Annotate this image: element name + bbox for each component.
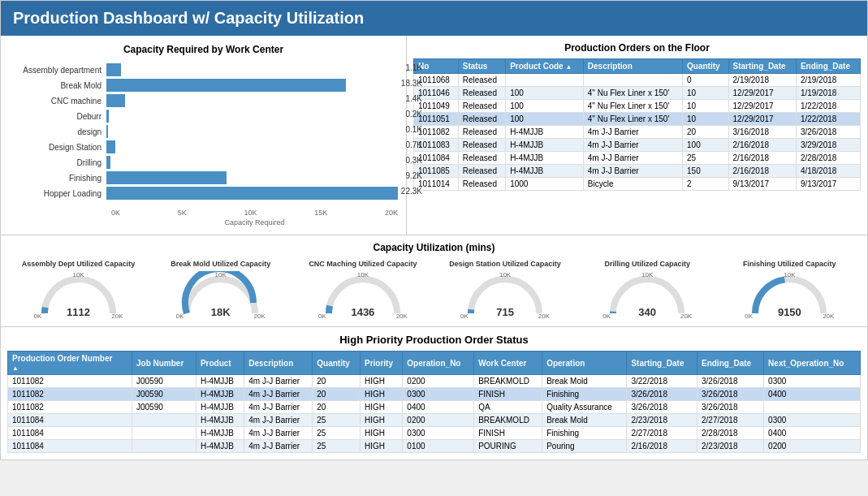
hp-col-header[interactable]: Next_Operation_No bbox=[764, 352, 861, 375]
axis-tick: 0K bbox=[111, 209, 120, 217]
bar-value: 1.1K bbox=[405, 63, 422, 72]
bar-fill bbox=[106, 156, 110, 169]
bar-row: CNC machine 1.4K bbox=[9, 94, 398, 107]
gauge-label: Break Mold Utilized Capacity bbox=[160, 260, 282, 268]
hp-col-header[interactable]: Job Number bbox=[132, 352, 196, 375]
hp-cell: 0300 bbox=[403, 427, 474, 440]
hp-cell: 1011082 bbox=[8, 375, 132, 388]
hp-col-header[interactable]: Priority bbox=[360, 352, 402, 375]
hp-cell: H-4MJJB bbox=[196, 375, 244, 388]
hp-cell: 1011084 bbox=[8, 427, 132, 440]
hp-col-header[interactable]: Starting_Date bbox=[627, 352, 697, 375]
prod-orders-col-header[interactable]: Product Code ▲ bbox=[506, 59, 584, 74]
gauge-min: 0K bbox=[602, 313, 611, 320]
gauge-label: Assembly Dept Utilized Capacity bbox=[18, 260, 140, 268]
gauge-value: 340 bbox=[638, 306, 656, 318]
gauge-container: 0K 10K 20K 1436 bbox=[318, 271, 408, 320]
list-item[interactable]: 1011084H-4MJJB4m J-J Barrier25HIGH0300FI… bbox=[8, 427, 861, 440]
hp-cell: 4m J-J Barrier bbox=[244, 375, 313, 388]
gauge-label: Drilling Utilized Capacity bbox=[586, 260, 708, 268]
bar-outer: 18.3K bbox=[106, 79, 398, 92]
table-cell: Released bbox=[458, 126, 505, 139]
hp-cell: 3/26/2018 bbox=[697, 375, 763, 388]
table-cell: 150 bbox=[683, 165, 729, 178]
table-cell: 1000 bbox=[506, 178, 584, 191]
table-cell: Released bbox=[458, 113, 505, 126]
hp-cell: Finishing bbox=[542, 388, 627, 401]
prod-orders-col-header[interactable]: Description bbox=[583, 59, 682, 74]
table-cell: 4" Nu Flex Liner x 150' bbox=[583, 87, 682, 100]
production-orders-thead: NoStatusProduct Code ▲DescriptionQuantit… bbox=[414, 59, 861, 74]
gauge-max: 20K bbox=[111, 313, 123, 320]
bar-label: Assembly department bbox=[9, 66, 106, 75]
table-row[interactable]: 1011085ReleasedH-4MJJB4m J-J Barrier1502… bbox=[414, 165, 861, 178]
list-item[interactable]: 1011082J00590H-4MJJB4m J-J Barrier20HIGH… bbox=[8, 388, 861, 401]
hp-cell: 4m J-J Barrier bbox=[244, 401, 313, 414]
table-row[interactable]: 1011084ReleasedH-4MJJB4m J-J Barrier252/… bbox=[414, 152, 861, 165]
hp-cell: 0400 bbox=[764, 427, 861, 440]
hp-cell: 0200 bbox=[403, 375, 474, 388]
bar-outer: 22.3K bbox=[106, 187, 398, 200]
hp-col-header[interactable]: Operation_No bbox=[403, 352, 474, 375]
gauge-label: Design Station Utilized Capacity bbox=[444, 260, 566, 268]
hp-cell: H-4MJJB bbox=[196, 427, 244, 440]
table-cell: Released bbox=[458, 178, 505, 191]
table-row[interactable]: 1011083ReleasedH-4MJJB4m J-J Barrier1002… bbox=[414, 139, 861, 152]
sort-icon: ▲ bbox=[565, 63, 572, 71]
gauge-item: Drilling Utilized Capacity 0K 10K 20K 34… bbox=[586, 260, 708, 320]
hp-cell: 0100 bbox=[403, 440, 474, 453]
table-row[interactable]: 1011046Released1004" Nu Flex Liner x 150… bbox=[414, 87, 861, 100]
hp-col-header[interactable]: Production Order Number▲ bbox=[8, 352, 132, 375]
table-row[interactable]: 1011082ReleasedH-4MJJB4m J-J Barrier203/… bbox=[414, 126, 861, 139]
hp-cell: 3/26/2018 bbox=[627, 388, 697, 401]
hp-col-header[interactable]: Work Center bbox=[474, 352, 542, 375]
gauge-value: 18K bbox=[211, 306, 231, 318]
bar-row: Assembly department 1.1K bbox=[9, 63, 398, 76]
hp-col-header[interactable]: Quantity bbox=[313, 352, 361, 375]
hp-cell: HIGH bbox=[360, 414, 402, 427]
bar-value: 0.3K bbox=[405, 156, 422, 165]
prod-orders-col-header[interactable]: Quantity bbox=[683, 59, 729, 74]
hp-cell: 4m J-J Barrier bbox=[244, 427, 313, 440]
high-priority-header-row: Production Order Number▲Job NumberProduc… bbox=[8, 352, 861, 375]
bar-fill bbox=[106, 110, 109, 123]
hp-cell: H-4MJJB bbox=[196, 440, 244, 453]
gauge-min: 0K bbox=[318, 313, 326, 320]
hp-col-header[interactable]: Product bbox=[196, 352, 244, 375]
high-priority-panel: High Priority Production Order Status Pr… bbox=[1, 327, 867, 459]
list-item[interactable]: 1011082J00590H-4MJJB4m J-J Barrier20HIGH… bbox=[8, 375, 861, 388]
hp-cell: 20 bbox=[313, 401, 361, 414]
gauge-container: 0K 10K 20K 715 bbox=[460, 271, 550, 320]
hp-col-header[interactable]: Description bbox=[244, 352, 313, 375]
hp-col-header[interactable]: Ending_Date bbox=[697, 352, 763, 375]
top-section: Capacity Required by Work Center Assembl… bbox=[1, 36, 867, 235]
table-cell: 2/16/2018 bbox=[728, 139, 796, 152]
table-row[interactable]: 1011049Released1004" Nu Flex Liner x 150… bbox=[414, 100, 861, 113]
table-row[interactable]: 1011051Released1004" Nu Flex Liner x 150… bbox=[414, 113, 861, 126]
dashboard-header: Production Dashboard w/ Capacity Utiliza… bbox=[1, 1, 867, 36]
hp-cell: J00590 bbox=[132, 388, 196, 401]
prod-orders-col-header[interactable]: Starting_Date bbox=[728, 59, 796, 74]
prod-orders-col-header[interactable]: Status bbox=[458, 59, 505, 74]
list-item[interactable]: 1011082J00590H-4MJJB4m J-J Barrier20HIGH… bbox=[8, 401, 861, 414]
hp-cell: BREAKMOLD bbox=[474, 375, 542, 388]
bar-row: Hopper Loading 22.3K bbox=[9, 187, 398, 200]
list-item[interactable]: 1011084H-4MJJB4m J-J Barrier25HIGH0100PO… bbox=[8, 440, 861, 453]
table-cell: 2/19/2018 bbox=[796, 74, 860, 87]
hp-cell: H-4MJJB bbox=[196, 414, 244, 427]
table-row[interactable]: 1011068Released02/19/20182/19/2018 bbox=[414, 74, 861, 87]
table-cell: 4m J-J Barrier bbox=[583, 165, 682, 178]
prod-orders-col-header[interactable]: Ending_Date bbox=[796, 59, 860, 74]
table-cell: 2/16/2018 bbox=[728, 165, 796, 178]
gauge-item: Design Station Utilized Capacity 0K 10K … bbox=[444, 260, 566, 320]
table-cell bbox=[506, 74, 584, 87]
table-row[interactable]: 1011014Released1000Bicycle29/13/20179/13… bbox=[414, 178, 861, 191]
gauge-min: 0K bbox=[460, 313, 469, 320]
table-cell: 100 bbox=[506, 113, 584, 126]
hp-cell: 3/26/2018 bbox=[697, 388, 763, 401]
bar-value: 1.4K bbox=[405, 94, 422, 103]
table-cell: 12/29/2017 bbox=[728, 113, 796, 126]
bar-value: 18.3K bbox=[401, 79, 422, 88]
hp-col-header[interactable]: Operation bbox=[542, 352, 627, 375]
list-item[interactable]: 1011084H-4MJJB4m J-J Barrier25HIGH0200BR… bbox=[8, 414, 861, 427]
